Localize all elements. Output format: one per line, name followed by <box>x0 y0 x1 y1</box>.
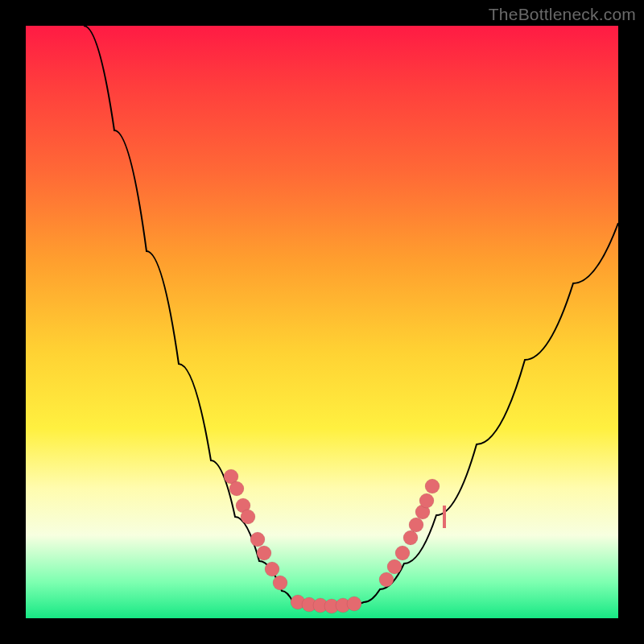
chart-plot-area <box>26 26 618 618</box>
dots-bottom-flat <box>291 595 361 613</box>
chart-svg <box>26 26 618 618</box>
data-dot <box>229 481 244 496</box>
data-dot <box>425 479 440 493</box>
data-dot <box>395 546 410 560</box>
data-dot <box>257 546 271 560</box>
dots-left-cluster <box>224 469 287 590</box>
data-dot <box>241 510 255 524</box>
right-outlier <box>443 506 446 528</box>
data-dot <box>379 572 394 587</box>
bottleneck-curve <box>84 26 618 607</box>
outlier-mark <box>443 506 446 528</box>
data-dot <box>347 597 361 611</box>
data-dot <box>387 559 402 574</box>
data-dot <box>409 518 423 532</box>
data-dot <box>403 530 418 545</box>
data-dot <box>273 576 287 590</box>
data-dot <box>250 532 265 547</box>
data-dot <box>419 493 434 508</box>
data-dot <box>265 562 279 576</box>
watermark-text: TheBottleneck.com <box>489 5 636 24</box>
